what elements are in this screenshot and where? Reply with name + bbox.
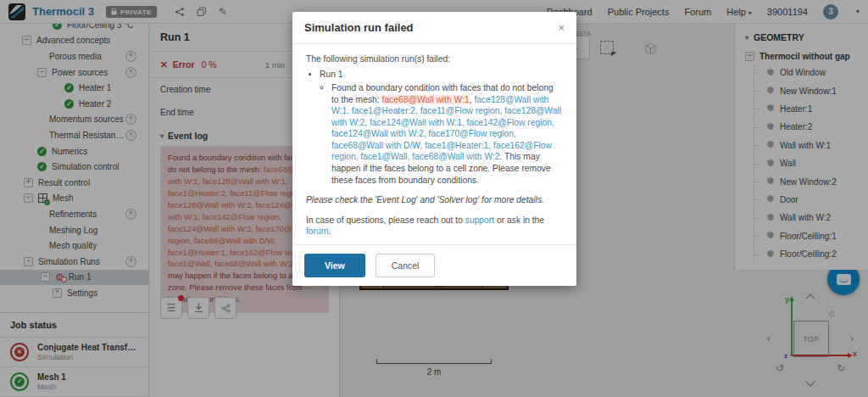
forum-link[interactable]: forum <box>306 226 328 236</box>
error-detail: Found a boundary condition with faces th… <box>331 82 563 186</box>
modal-intro: The following simulation run(s) failed: <box>306 53 563 64</box>
support-link[interactable]: support <box>465 215 494 225</box>
view-button[interactable]: View <box>304 254 365 277</box>
failed-run-item: Run 1 Found a boundary condition with fa… <box>320 69 563 186</box>
close-icon[interactable]: × <box>558 22 565 33</box>
modal-title: Simulation run failed <box>304 21 414 34</box>
modal-note: Please check the 'Event Log' and 'Solver… <box>306 194 563 205</box>
cancel-button[interactable]: Cancel <box>376 254 436 277</box>
face-link-highlighted[interactable]: face68@Wall with W:1 <box>382 95 470 104</box>
modal-body: The following simulation run(s) failed: … <box>292 44 576 244</box>
app-window: Thermocil 3 PRIVATE ✎ Dashboard Public P… <box>0 0 868 397</box>
modal-questions: In case of questions, please reach out t… <box>306 215 563 238</box>
simulation-failed-modal: Simulation run failed × The following si… <box>292 12 576 286</box>
